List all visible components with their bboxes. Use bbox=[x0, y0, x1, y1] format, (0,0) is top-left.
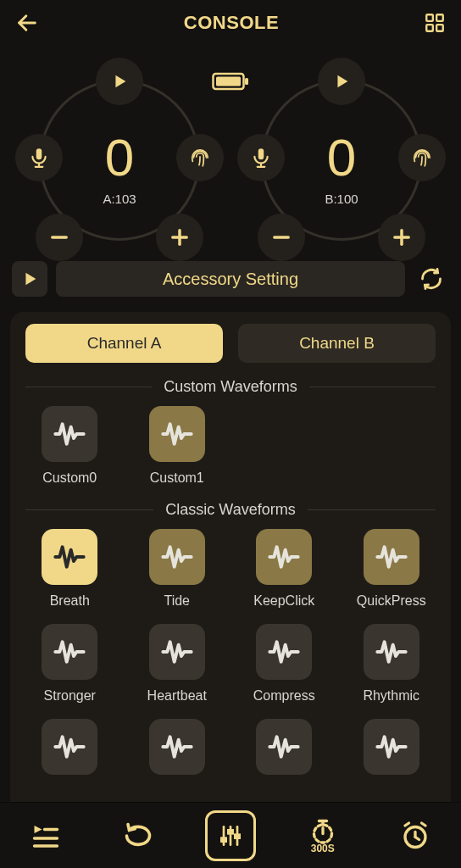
custom-wave-Custom0[interactable]: Custom0 bbox=[25, 406, 114, 486]
sync-button[interactable] bbox=[414, 261, 449, 297]
bottom-tab-bar: 300S bbox=[0, 802, 461, 868]
channel-a-fingerprint-button[interactable] bbox=[176, 134, 224, 181]
svg-rect-4 bbox=[436, 25, 443, 31]
waveform-label: KeepClick bbox=[253, 593, 314, 609]
channel-b-dial: 0 B:100 bbox=[232, 46, 451, 258]
classic-wave-Compress[interactable]: Compress bbox=[240, 624, 329, 704]
back-button[interactable] bbox=[15, 11, 39, 35]
channel-a-minus-button[interactable] bbox=[36, 214, 83, 261]
channel-b-fingerprint-button[interactable] bbox=[398, 134, 446, 181]
classic-wave-8[interactable] bbox=[25, 719, 114, 775]
classic-wave-Stronger[interactable]: Stronger bbox=[25, 624, 114, 704]
channel-a-label: A:103 bbox=[10, 192, 229, 206]
svg-line-40 bbox=[405, 823, 409, 826]
svg-marker-15 bbox=[337, 75, 347, 88]
classic-wave-Rhythmic[interactable]: Rhythmic bbox=[347, 624, 436, 704]
waveform-label: Rhythmic bbox=[363, 688, 419, 704]
accessory-play-button[interactable] bbox=[12, 261, 47, 297]
waveform-panel: Channel A Channel B Custom Waveforms Cus… bbox=[10, 312, 451, 837]
classic-wave-Breath[interactable]: Breath bbox=[25, 529, 114, 609]
classic-wave-Heartbeat[interactable]: Heartbeat bbox=[133, 624, 222, 704]
custom-section-title: Custom Waveforms bbox=[25, 378, 436, 396]
channel-b-plus-button[interactable] bbox=[378, 214, 425, 261]
waveform-label: Breath bbox=[50, 593, 90, 609]
channel-a-plus-button[interactable] bbox=[156, 214, 203, 261]
svg-line-39 bbox=[415, 837, 419, 839]
svg-rect-32 bbox=[235, 834, 239, 837]
waveform-icon bbox=[256, 719, 312, 775]
custom-wave-Custom1[interactable]: Custom1 bbox=[133, 406, 222, 486]
svg-rect-1 bbox=[426, 14, 433, 21]
channel-a-mic-button[interactable] bbox=[15, 134, 63, 181]
waveform-icon bbox=[149, 719, 205, 775]
classic-wave-Tide[interactable]: Tide bbox=[133, 529, 222, 609]
waveform-icon bbox=[256, 529, 312, 585]
waveform-icon bbox=[149, 624, 205, 680]
timer-tab[interactable]: 300S bbox=[297, 810, 348, 861]
mixer-tab[interactable] bbox=[205, 810, 256, 861]
svg-rect-16 bbox=[258, 148, 264, 159]
waveform-label: Heartbeat bbox=[147, 688, 207, 704]
loop-tab[interactable] bbox=[113, 810, 164, 861]
svg-marker-23 bbox=[35, 826, 42, 833]
playlist-tab[interactable] bbox=[20, 810, 71, 861]
classic-section-title: Classic Waveforms bbox=[25, 501, 436, 519]
waveform-label: Compress bbox=[253, 688, 315, 704]
classic-wave-11[interactable] bbox=[347, 719, 436, 775]
waveform-icon bbox=[149, 406, 205, 462]
grid-menu-button[interactable] bbox=[424, 12, 446, 34]
channel-dials: 0 A:103 0 B:100 bbox=[0, 46, 461, 258]
waveform-icon bbox=[42, 719, 97, 775]
classic-wave-9[interactable] bbox=[133, 719, 222, 775]
channel-a-dial: 0 A:103 bbox=[10, 46, 229, 258]
svg-rect-30 bbox=[221, 837, 225, 841]
waveform-label: Custom0 bbox=[42, 470, 97, 486]
waveform-icon bbox=[42, 406, 97, 462]
waveform-icon bbox=[256, 624, 312, 680]
tab-channel-b[interactable]: Channel B bbox=[238, 324, 436, 363]
waveform-icon bbox=[42, 624, 97, 680]
timer-label: 300S bbox=[311, 843, 335, 854]
classic-wave-KeepClick[interactable]: KeepClick bbox=[240, 529, 329, 609]
alarm-tab[interactable] bbox=[390, 810, 441, 861]
svg-marker-8 bbox=[115, 75, 125, 88]
waveform-label: Stronger bbox=[44, 688, 96, 704]
waveform-icon bbox=[364, 624, 419, 680]
channel-b-label: B:100 bbox=[232, 192, 451, 206]
classic-wave-QuickPress[interactable]: QuickPress bbox=[347, 529, 436, 609]
waveform-icon bbox=[149, 529, 205, 585]
channel-b-minus-button[interactable] bbox=[258, 214, 305, 261]
waveform-label: QuickPress bbox=[357, 593, 426, 609]
waveform-icon bbox=[364, 719, 419, 775]
svg-marker-22 bbox=[25, 273, 36, 286]
svg-rect-2 bbox=[436, 14, 443, 21]
channel-b-play-button[interactable] bbox=[318, 58, 365, 105]
accessory-setting-button[interactable]: Accessory Setting bbox=[56, 261, 405, 297]
svg-rect-9 bbox=[36, 148, 42, 159]
svg-rect-31 bbox=[228, 830, 232, 833]
classic-wave-10[interactable] bbox=[240, 719, 329, 775]
page-title: CONSOLE bbox=[184, 12, 279, 34]
svg-rect-3 bbox=[426, 25, 433, 31]
tab-channel-a[interactable]: Channel A bbox=[25, 324, 223, 363]
waveform-label: Tide bbox=[164, 593, 190, 609]
waveform-icon bbox=[42, 529, 97, 585]
channel-a-play-button[interactable] bbox=[96, 58, 143, 105]
channel-b-mic-button[interactable] bbox=[237, 134, 285, 181]
waveform-icon bbox=[364, 529, 419, 585]
svg-line-41 bbox=[421, 823, 425, 826]
waveform-label: Custom1 bbox=[150, 470, 204, 486]
